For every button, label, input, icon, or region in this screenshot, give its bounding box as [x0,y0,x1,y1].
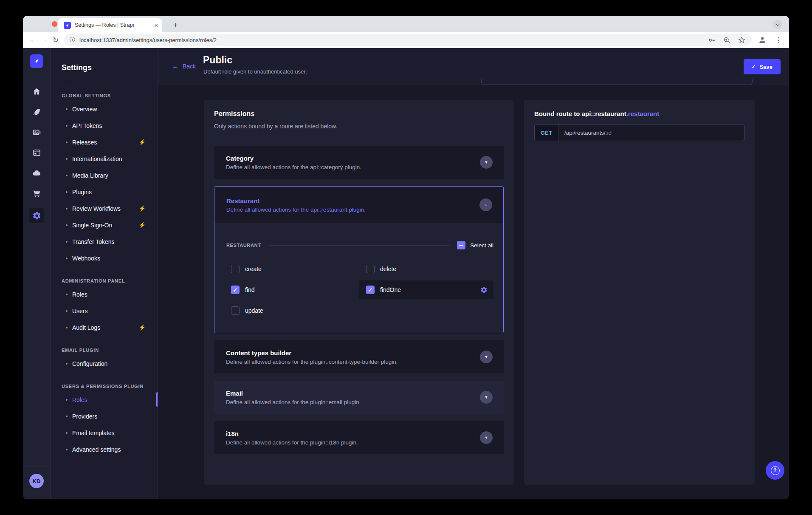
accordion-category[interactable]: Category Define all allowed actions for … [214,146,504,179]
chevron-down-icon: ▼ [485,436,488,440]
browser-window: Settings — Roles | Strapi × + ← → ↻ ⓘ lo… [23,16,789,499]
marketplace-cart-icon[interactable] [31,187,42,199]
media-library-icon[interactable] [31,126,42,138]
accordion-restaurant-header[interactable]: Restaurant Define all allowed actions fo… [214,187,503,223]
back-icon[interactable]: ← [28,36,39,44]
group-divider [269,245,450,246]
tab-title: Settings — Roles | Strapi [75,22,152,28]
back-arrow-icon: ← [172,62,179,70]
subnav-divider [62,81,72,81]
address-bar[interactable]: ⓘ localhost:1337/admin/settings/users-pe… [64,34,752,46]
permission-grid: create delete ✓ find [224,260,493,320]
collapse-toggle-button[interactable]: ▲ [479,198,492,211]
sidebar-item-media-library[interactable]: Media Library [51,167,158,184]
bookmark-star-icon[interactable] [738,36,746,44]
strapi-logo[interactable] [30,54,43,68]
zoom-page-icon[interactable] [723,36,731,44]
sidebar-item-up-providers[interactable]: Providers [51,408,158,424]
accordion-restaurant-body: RESTAURANT Select all create [214,223,503,333]
permissions-subtitle: Only actions bound by a route are listed… [214,123,504,130]
permission-create[interactable]: create [224,260,358,278]
main-nav-rail: KD [23,48,51,499]
permission-delete[interactable]: delete [359,260,493,278]
forward-icon[interactable]: → [39,36,50,44]
sidebar-item-up-email-templates[interactable]: Email templates [51,424,158,441]
section-global-settings: GLOBAL SETTINGS [62,93,158,98]
profile-avatar-icon[interactable] [758,35,767,45]
find-checkbox[interactable]: ✓ [231,286,240,294]
sidebar-item-single-sign-on[interactable]: Single Sign-On⚡ [51,217,158,233]
user-avatar[interactable]: KD [29,474,44,488]
settings-subnav: Settings GLOBAL SETTINGS Overview API To… [51,48,158,499]
expand-toggle-button[interactable]: ▼ [480,431,493,444]
new-tab-button[interactable]: + [170,20,181,31]
sidebar-item-api-tokens[interactable]: API Tokens [51,117,158,134]
close-window-button[interactable] [52,21,57,27]
sidebar-item-overview[interactable]: Overview [51,101,158,117]
check-icon: ✓ [752,64,756,70]
chevron-up-icon: ▲ [484,203,488,207]
page-title: Public [203,54,232,66]
tab-close-icon[interactable]: × [154,22,158,29]
sidebar-item-plugins[interactable]: Plugins [51,184,158,200]
password-key-icon[interactable] [708,36,716,44]
strapi-favicon-icon [64,22,71,29]
settings-gear-icon[interactable] [29,208,44,223]
sidebar-item-webhooks[interactable]: Webhooks [51,250,158,266]
browser-toolbar: ← → ↻ ⓘ localhost:1337/admin/settings/us… [23,32,789,48]
sidebar-item-audit-logs[interactable]: Audit Logs⚡ [51,319,158,336]
accordion-i18n[interactable]: i18n Define all allowed actions for the … [214,421,504,454]
findone-checkbox[interactable]: ✓ [366,286,375,294]
sidebar-item-releases[interactable]: Releases⚡ [51,134,158,150]
select-all-control[interactable]: Select all [457,241,493,249]
url-text[interactable]: localhost:1337/admin/settings/users-perm… [79,37,703,43]
accordion-email[interactable]: Email Define all allowed actions for the… [214,381,504,414]
question-mark-icon: ? [771,466,780,475]
permission-find[interactable]: ✓ find [224,280,358,299]
sidebar-item-email-configuration[interactable]: Configuration [51,355,158,372]
page-subtitle: Default role given to unauthenticated us… [203,68,307,75]
home-icon[interactable] [31,85,42,97]
section-administration-panel: ADMINISTRATION PANEL [62,278,158,283]
select-all-checkbox[interactable] [457,241,465,249]
sidebar-item-up-advanced-settings[interactable]: Advanced settings [51,441,158,458]
sidebar-item-transfer-tokens[interactable]: Transfer Tokens [51,233,158,250]
save-button[interactable]: ✓ Save [744,59,781,74]
premium-bolt-icon: ⚡ [139,324,146,331]
accordion-restaurant: Restaurant Define all allowed actions fo… [214,186,504,333]
permission-findone[interactable]: ✓ findOne [359,280,493,299]
content-manager-feather-icon[interactable] [31,106,42,118]
sidebar-item-internationalization[interactable]: Internationalization [51,150,158,167]
premium-bolt-icon: ⚡ [139,139,146,145]
back-link[interactable]: ← Back [172,62,196,70]
tab-search-chevron-icon[interactable] [773,20,782,29]
cloud-icon[interactable] [31,167,42,179]
create-checkbox[interactable] [231,265,240,273]
permissions-title: Permissions [214,110,504,118]
help-button[interactable]: ? [766,461,784,480]
sidebar-item-review-workflows[interactable]: Review Workflows⚡ [51,200,158,217]
expand-toggle-button[interactable]: ▼ [480,391,493,404]
browser-menu-icon[interactable]: ⋮ [773,36,784,45]
main-content: ← Back Public Default role given to unau… [158,48,789,499]
expand-toggle-button[interactable]: ▼ [480,351,493,363]
sidebar-item-admin-users[interactable]: Users [51,303,158,319]
advanced-settings-gear-icon[interactable] [480,286,488,294]
delete-checkbox[interactable] [366,265,375,273]
route-display: GET /api/restaurants/:id [534,124,744,141]
content-type-builder-icon[interactable] [31,147,42,158]
route-path: /api/restaurants/:id [558,125,744,141]
http-method-badge: GET [535,125,558,141]
browser-tab[interactable]: Settings — Roles | Strapi × [58,18,162,32]
browser-tab-bar: Settings — Roles | Strapi × + [23,16,789,32]
permission-update[interactable]: update [224,301,358,320]
accordion-content-types-builder[interactable]: Content types builder Define all allowed… [214,340,504,374]
sidebar-item-up-roles[interactable]: Roles [51,391,158,408]
update-checkbox[interactable] [231,306,240,315]
strapi-app: KD Settings GLOBAL SETTINGS Overview API… [23,48,789,499]
expand-toggle-button[interactable]: ▼ [480,156,493,169]
bound-route-panel: Bound route to api::restaurant.restauran… [524,100,755,485]
reload-icon[interactable]: ↻ [50,36,61,45]
site-info-icon[interactable]: ⓘ [70,36,75,44]
sidebar-item-admin-roles[interactable]: Roles [51,286,158,303]
